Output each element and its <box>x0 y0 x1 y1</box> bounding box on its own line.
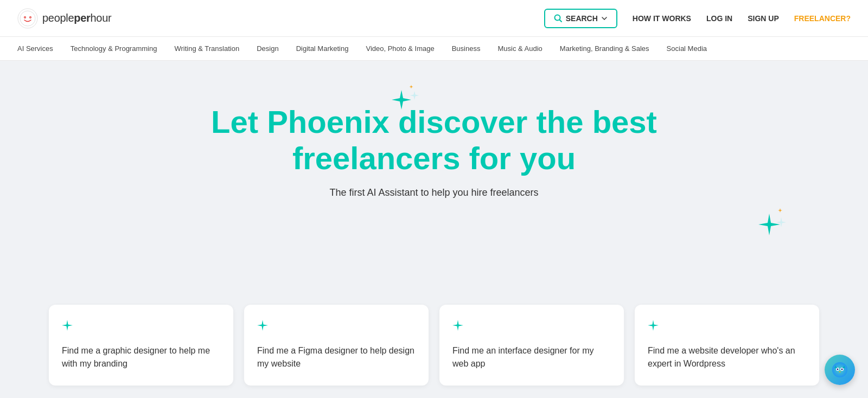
svg-point-10 <box>837 369 839 370</box>
card-text: Find me a Figma designer to help design … <box>257 344 416 370</box>
logo-text: peopleperhour <box>42 12 111 24</box>
chevron-down-icon <box>601 15 608 22</box>
sparkle-top <box>391 82 423 117</box>
chat-bubble[interactable] <box>825 355 855 385</box>
cat-nav-item-3[interactable]: Design <box>257 44 278 53</box>
svg-point-7 <box>832 362 847 377</box>
card-text: Find me an interface designer for my web… <box>452 344 611 370</box>
svg-point-4 <box>24 17 25 18</box>
chat-icon <box>831 361 848 378</box>
card-sparkle-icon <box>257 320 416 333</box>
search-button[interactable]: SEARCH <box>544 9 617 28</box>
signup-link[interactable]: SIGN UP <box>748 14 779 23</box>
search-label: SEARCH <box>566 14 598 23</box>
header-right: SEARCH HOW IT WORKS LOG IN SIGN UP FREEL… <box>544 9 851 28</box>
cat-nav-item-9[interactable]: Social Media <box>667 44 707 53</box>
svg-point-1 <box>20 11 35 26</box>
sparkle-right <box>754 202 792 242</box>
svg-point-5 <box>30 17 31 18</box>
cat-nav-item-7[interactable]: Music & Audio <box>497 44 542 53</box>
hero-title: Let Phoenix discover the best freelancer… <box>190 104 678 176</box>
cat-nav-item-8[interactable]: Marketing, Branding & Sales <box>560 44 649 53</box>
suggestion-card-3[interactable]: Find me a website developer who's an exp… <box>635 305 819 386</box>
freelancer-link[interactable]: FREELANCER? <box>794 14 851 23</box>
how-it-works-link[interactable]: HOW IT WORKS <box>633 14 691 23</box>
suggestion-card-1[interactable]: Find me a Figma designer to help design … <box>244 305 429 386</box>
cat-nav-item-2[interactable]: Writing & Translation <box>174 44 239 53</box>
card-sparkle-icon <box>648 320 806 333</box>
svg-point-11 <box>841 369 843 370</box>
category-nav: AI ServicesTechnology & ProgrammingWriti… <box>0 37 868 61</box>
cat-nav-item-5[interactable]: Video, Photo & Image <box>366 44 434 53</box>
suggestion-cards: Find me a graphic designer to help me wi… <box>0 288 868 396</box>
logo[interactable]: peopleperhour <box>17 8 111 29</box>
suggestion-card-2[interactable]: Find me an interface designer for my web… <box>439 305 624 386</box>
logo-icon <box>17 8 38 29</box>
cat-nav-item-1[interactable]: Technology & Programming <box>71 44 157 53</box>
search-icon <box>554 14 563 23</box>
header: peopleperhour SEARCH HOW IT WORKS LOG IN… <box>0 0 868 37</box>
login-link[interactable]: LOG IN <box>706 14 732 23</box>
suggestion-card-0[interactable]: Find me a graphic designer to help me wi… <box>49 305 233 386</box>
card-text: Find me a graphic designer to help me wi… <box>62 344 220 370</box>
card-text: Find me a website developer who's an exp… <box>648 344 806 370</box>
hero-section: Let Phoenix discover the best freelancer… <box>0 61 868 288</box>
hero-subtitle: The first AI Assistant to help you hire … <box>329 187 538 198</box>
cat-nav-item-0[interactable]: AI Services <box>17 44 53 53</box>
card-sparkle-icon <box>452 320 611 333</box>
card-sparkle-icon <box>62 320 220 333</box>
cat-nav-item-6[interactable]: Business <box>452 44 481 53</box>
cat-nav-item-4[interactable]: Digital Marketing <box>296 44 349 53</box>
